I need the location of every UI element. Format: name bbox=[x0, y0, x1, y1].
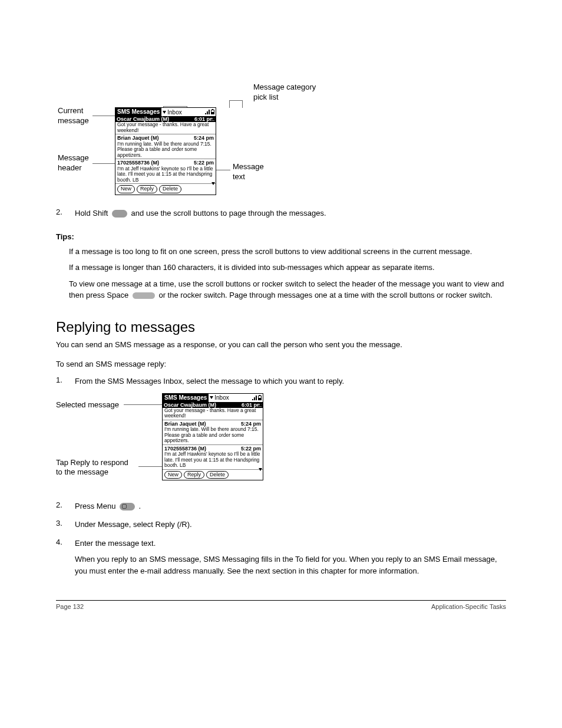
palm-titlebar: SMS Messages Inbox bbox=[115, 108, 216, 116]
figure-sms-reply: Selected message Tap Reply to respond to… bbox=[56, 393, 506, 493]
reply-step-1: 1. From the SMS Messages Inbox, select t… bbox=[56, 375, 506, 387]
signal-icon bbox=[252, 396, 257, 400]
reply-button[interactable]: Reply bbox=[137, 185, 157, 193]
button-row: New Reply Delete bbox=[115, 184, 216, 195]
delete-button[interactable]: Delete bbox=[206, 471, 229, 479]
battery-icon bbox=[258, 396, 262, 400]
palm-device: SMS Messages Inbox Oscar Cwajbaum (M)6:0… bbox=[162, 393, 263, 481]
status-icons bbox=[251, 394, 263, 402]
reply-step-3: 3. Under Message, select Reply (/R). bbox=[56, 519, 506, 531]
procedure-heading: To send an SMS message reply: bbox=[56, 360, 506, 368]
scroll-up-icon bbox=[259, 403, 262, 406]
figure-sms-overview: Message category pick list Current messa… bbox=[56, 83, 506, 200]
leader bbox=[124, 404, 163, 405]
step-2: 2. Hold Shift and use the scroll buttons… bbox=[56, 207, 506, 219]
palm-device: SMS Messages Inbox Oscar Cwajbaum (M)6:0… bbox=[115, 107, 216, 195]
reply-step-4: 4. Enter the message text. bbox=[56, 538, 506, 549]
scrollbar[interactable] bbox=[211, 117, 215, 185]
message-item[interactable]: Brian Jaquet (M)5:24 pm I'm running late… bbox=[115, 134, 216, 159]
callout-header: Message header bbox=[58, 153, 89, 173]
scroll-down-icon bbox=[211, 182, 215, 185]
msg-body: I'm at Jeff Hawkins' keynote so I'll be … bbox=[117, 166, 214, 183]
message-list: Oscar Cwajbaum (M)6:01 pm Got your messa… bbox=[115, 116, 216, 184]
manual-page: Message category pick list Current messa… bbox=[0, 0, 562, 728]
status-icons bbox=[204, 108, 216, 116]
category-picklist[interactable]: Inbox bbox=[161, 108, 204, 116]
reply-note: When you reply to an SMS message, SMS Me… bbox=[75, 554, 506, 577]
step-number: 2. bbox=[56, 500, 67, 512]
scroll-down-icon bbox=[259, 468, 262, 471]
tip-text: If a message is too long to fit on one s… bbox=[69, 246, 506, 258]
step-number: 2. bbox=[56, 207, 67, 219]
space-key-icon bbox=[133, 292, 155, 299]
msg-body: I'm at Jeff Hawkins' keynote so I'll be … bbox=[164, 452, 261, 469]
category-picklist[interactable]: Inbox bbox=[209, 394, 251, 402]
page-footer: Page 132 Application-Specific Tasks bbox=[56, 600, 506, 610]
leader bbox=[229, 100, 242, 101]
message-item[interactable]: 17025558736 (M)5:22 pm I'm at Jeff Hawki… bbox=[163, 445, 263, 470]
tip-text: To view one message at a time, use the s… bbox=[69, 278, 506, 301]
footer-section: Application-Specific Tasks bbox=[431, 603, 506, 610]
callout-text: Message text bbox=[233, 162, 264, 182]
new-button[interactable]: New bbox=[164, 471, 182, 479]
palm-titlebar: SMS Messages Inbox bbox=[163, 394, 263, 402]
leader bbox=[229, 100, 230, 108]
step-text: Enter the message text. bbox=[72, 538, 506, 549]
callout-reply: Tap Reply to respond to the message bbox=[56, 458, 128, 478]
leader bbox=[216, 170, 230, 170]
step-text: Press Menu . bbox=[72, 500, 506, 512]
app-name: SMS Messages bbox=[163, 394, 209, 402]
delete-button[interactable]: Delete bbox=[159, 185, 181, 193]
picklist-label: Inbox bbox=[167, 109, 181, 116]
callout-current: Current message bbox=[58, 106, 89, 126]
section-heading: Replying to messages bbox=[56, 319, 506, 335]
picklist-label: Inbox bbox=[214, 394, 229, 401]
msg-body: I'm running late. Will be there around 7… bbox=[117, 141, 214, 159]
tip-text: If a message is longer than 160 characte… bbox=[69, 262, 506, 274]
new-button[interactable]: New bbox=[117, 185, 135, 193]
message-list: Oscar Cwajbaum (M)6:01 pm Got your messa… bbox=[163, 402, 263, 470]
leader bbox=[242, 100, 243, 108]
step-number: 4. bbox=[56, 538, 67, 549]
step-number: 1. bbox=[56, 375, 67, 387]
signal-icon bbox=[205, 110, 210, 114]
step-text: Under Message, select Reply (/R). bbox=[72, 519, 506, 531]
chevron-down-icon bbox=[163, 111, 166, 114]
menu-key-icon bbox=[120, 503, 135, 510]
callout-selected: Selected message bbox=[56, 400, 119, 410]
msg-body: Got your message - thanks. Have a great … bbox=[117, 122, 214, 133]
chevron-down-icon bbox=[210, 396, 213, 399]
footer-page: Page 132 bbox=[56, 603, 84, 610]
step-number: 3. bbox=[56, 519, 67, 531]
scroll-up-icon bbox=[211, 117, 215, 120]
leader bbox=[92, 116, 115, 116]
leader bbox=[163, 106, 187, 107]
message-item[interactable]: Brian Jaquet (M)5:24 pm I'm running late… bbox=[163, 420, 263, 445]
reply-step-2: 2. Press Menu . bbox=[56, 500, 506, 512]
scrollbar[interactable] bbox=[259, 403, 262, 471]
reply-button[interactable]: Reply bbox=[184, 471, 204, 479]
battery-icon bbox=[211, 110, 214, 114]
message-item[interactable]: Oscar Cwajbaum (M)6:01 pm Got your messa… bbox=[163, 402, 263, 420]
msg-body: Got your message - thanks. Have a great … bbox=[164, 408, 261, 419]
leader bbox=[92, 163, 115, 164]
button-row: New Reply Delete bbox=[163, 470, 263, 480]
msg-body: I'm running late. Will be there around 7… bbox=[164, 427, 261, 444]
message-item[interactable]: 17025558736 (M)5:22 pm I'm at Jeff Hawki… bbox=[115, 159, 216, 184]
callout-category: Message category pick list bbox=[253, 83, 316, 103]
section-intro: You can send an SMS message as a respons… bbox=[56, 339, 506, 351]
tips-heading: Tips: bbox=[56, 232, 506, 241]
step-text: From the SMS Messages Inbox, select the … bbox=[72, 375, 506, 387]
step-text: Hold Shift and use the scroll buttons to… bbox=[72, 207, 506, 219]
app-name: SMS Messages bbox=[115, 108, 161, 116]
message-item[interactable]: Oscar Cwajbaum (M)6:01 pm Got your messa… bbox=[115, 116, 216, 134]
shift-key-icon bbox=[112, 210, 127, 218]
